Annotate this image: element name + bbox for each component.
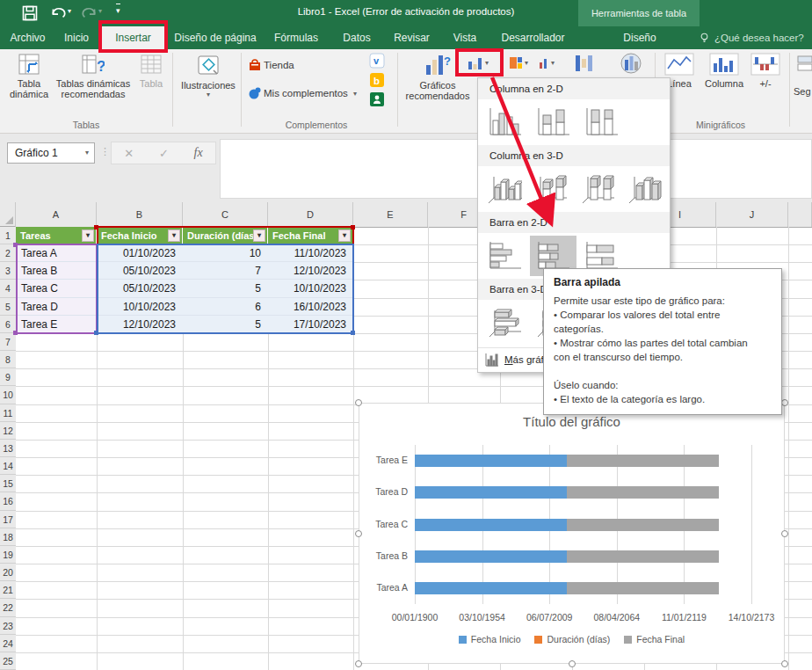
formula-bar-grip-icon[interactable]: ⋮ (100, 146, 110, 157)
clustered-bar-3d-icon[interactable] (482, 302, 528, 343)
clustered-column-icon[interactable] (482, 102, 528, 142)
table-cell[interactable]: 10 (183, 244, 268, 262)
table-cell[interactable]: 05/10/2023 (97, 280, 183, 297)
table-cell[interactable]: 11/10/2023 (268, 244, 353, 262)
row-header-19[interactable]: 19 (0, 546, 16, 564)
clustered-column-3d-icon[interactable] (482, 169, 527, 209)
legend-item[interactable]: Fecha Inicio (459, 634, 521, 645)
row-header-4[interactable]: 4 (0, 280, 16, 297)
insert-column-chart-button[interactable]: ▾ (458, 51, 498, 75)
row-header-9[interactable]: 9 (0, 368, 16, 386)
row-header-3[interactable]: 3 (0, 262, 16, 280)
tab-insertar[interactable]: Insertar (99, 26, 167, 49)
bar-segment-fecha-final[interactable] (567, 550, 719, 563)
column-header-D[interactable]: D (268, 202, 353, 227)
row-header-10[interactable]: 10 (0, 386, 16, 404)
filter-button[interactable]: ▾ (338, 229, 351, 242)
recommended-pivot-tables-button[interactable]: ? Tablas dinámicas recomendadas (54, 53, 132, 100)
chart-title[interactable]: Título del gráfico (359, 414, 784, 429)
column-header-C[interactable]: C (183, 202, 268, 227)
bar-segment-fecha-inicio[interactable] (415, 519, 567, 531)
table-cell[interactable]: 7 (183, 262, 268, 280)
chart-resize-handle[interactable] (355, 530, 362, 537)
store-button[interactable]: Tienda (248, 58, 294, 72)
row-header-18[interactable]: 18 (0, 528, 16, 546)
stacked-column-3d-icon[interactable] (529, 169, 575, 209)
row-header-17[interactable]: 17 (0, 511, 16, 528)
row-header-5[interactable]: 5 (0, 298, 16, 316)
table-cell[interactable]: 10/10/2023 (97, 298, 183, 316)
row-header-25[interactable]: 25 (0, 652, 16, 670)
tab-desarrollador[interactable]: Desarrollador (490, 26, 576, 49)
chart-resize-handle[interactable] (569, 660, 576, 667)
row-header-1[interactable]: 1 (0, 227, 16, 244)
filter-button[interactable]: ▾ (82, 229, 94, 242)
row-header-7[interactable]: 7 (0, 333, 16, 351)
clustered-bar-icon[interactable] (482, 236, 528, 276)
tab-archivo[interactable]: Archivo (7, 26, 48, 49)
slicer-icon-partial[interactable] (796, 55, 812, 77)
table-cell[interactable]: 01/10/2023 (97, 244, 183, 262)
name-box-dropdown-icon[interactable]: ▾ (85, 143, 89, 163)
tab-vista[interactable]: Vista (443, 26, 487, 49)
row-header-21[interactable]: 21 (0, 581, 16, 599)
bar-segment-fecha-final[interactable] (567, 486, 719, 499)
table-cell[interactable]: Tarea B (16, 262, 97, 280)
tab-datos[interactable]: Datos (333, 26, 381, 49)
row-header-23[interactable]: 23 (0, 617, 16, 635)
table-cell[interactable]: Tarea E (16, 316, 97, 333)
tab-dise-o-de-p-gina[interactable]: Diseño de página (170, 26, 261, 49)
table-cell[interactable]: 5 (183, 316, 268, 333)
row-header-14[interactable]: 14 (0, 457, 16, 475)
column-header-B[interactable]: B (97, 202, 183, 227)
table-cell[interactable]: 10/10/2023 (268, 280, 353, 297)
chart-resize-handle[interactable] (355, 660, 362, 667)
insert-waterfall-chart-button[interactable] (568, 50, 601, 76)
row-header-2[interactable]: 2 (0, 244, 16, 262)
filter-button[interactable]: ▾ (168, 229, 180, 242)
sparkline-winloss-button[interactable]: +/- (749, 53, 782, 89)
tab-revisar[interactable]: Revisar (385, 26, 439, 49)
table-cell[interactable]: 05/10/2023 (97, 262, 183, 280)
row-header-22[interactable]: 22 (0, 599, 16, 616)
table-cell[interactable]: Tarea A (16, 244, 97, 262)
table-cell[interactable]: 17/10/2023 (268, 316, 353, 333)
insert-statistic-chart-button[interactable]: ▾ (535, 51, 558, 75)
column-3d-icon[interactable] (623, 169, 669, 209)
tab-dise-o[interactable]: Diseño (580, 26, 700, 49)
table-cell[interactable]: 5 (183, 280, 268, 297)
visio-addin-icon[interactable]: v (369, 53, 385, 69)
row-header-13[interactable]: 13 (0, 440, 16, 457)
pivot-table-button[interactable]: Tabla dinámica (5, 53, 53, 100)
stacked-column-icon[interactable] (530, 102, 576, 142)
insert-function-icon[interactable]: fx (194, 146, 203, 160)
chart-resize-handle[interactable] (781, 399, 788, 406)
slicer-button-label-partial[interactable]: Seg (794, 86, 811, 97)
row-header-15[interactable]: 15 (0, 475, 16, 492)
legend-item[interactable]: Fecha Final (624, 634, 685, 645)
insert-hierarchy-chart-button[interactable]: ▾ (503, 51, 534, 75)
chart-resize-handle[interactable] (781, 530, 788, 537)
chart-resize-handle[interactable] (355, 399, 362, 406)
tell-me-box[interactable]: ¿Qué desea hacer? (699, 26, 804, 49)
bar-segment-fecha-final[interactable] (567, 582, 719, 594)
row-header-12[interactable]: 12 (0, 422, 16, 440)
sparkline-column-button[interactable]: Columna (701, 53, 747, 89)
100-stacked-column-icon[interactable] (578, 102, 625, 142)
illustrations-button[interactable]: Ilustraciones ▾ (178, 53, 239, 98)
bar-segment-fecha-inicio[interactable] (415, 582, 567, 594)
table-cell[interactable]: 6 (183, 298, 268, 316)
table-cell[interactable]: Tarea D (16, 298, 97, 316)
row-header-8[interactable]: 8 (0, 351, 16, 368)
legend-item[interactable]: Duración (días) (534, 634, 610, 645)
100-stacked-column-3d-icon[interactable] (576, 169, 621, 209)
insert-map-chart-button[interactable] (613, 50, 649, 76)
row-header-16[interactable]: 16 (0, 492, 16, 510)
bing-addin-icon[interactable]: b (369, 72, 385, 88)
bar-segment-fecha-inicio[interactable] (415, 455, 567, 467)
bar-segment-fecha-final[interactable] (567, 519, 719, 531)
select-all-corner[interactable] (0, 202, 16, 227)
row-header-20[interactable]: 20 (0, 564, 16, 581)
column-header-k[interactable] (788, 202, 812, 227)
name-box[interactable]: Gráfico 1 ▾ (7, 142, 95, 164)
